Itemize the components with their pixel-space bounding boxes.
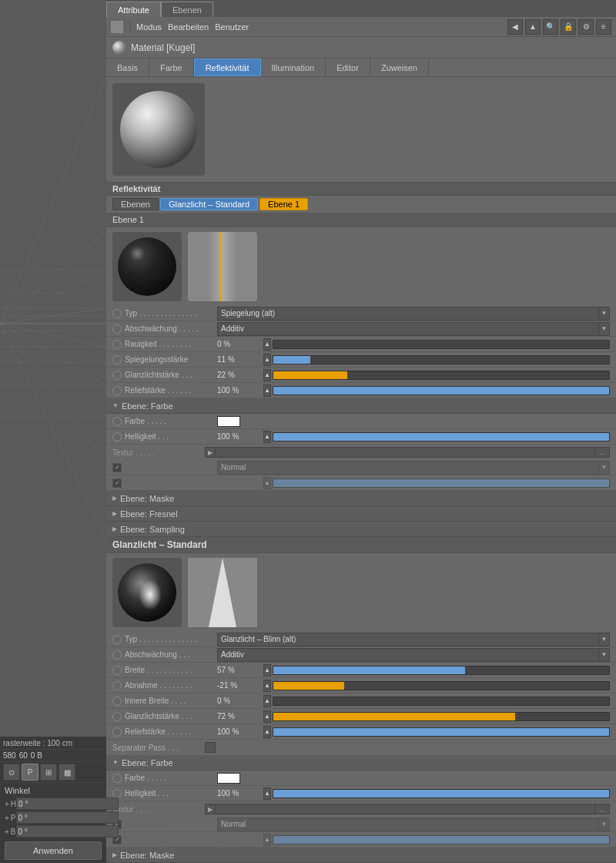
innere-breite-slider[interactable] <box>273 697 610 706</box>
abschwaechung-arrow-e1[interactable]: ▼ <box>599 322 610 336</box>
tab-attribute[interactable]: Attribute <box>106 2 161 17</box>
typ-arrow-e1[interactable]: ▼ <box>599 307 610 321</box>
mischstaerke-checkbox-e1[interactable] <box>112 479 122 488</box>
relief-spin-g[interactable]: ▲ <box>263 726 271 738</box>
helligkeit-dot-e1[interactable] <box>112 432 122 442</box>
abschwaechung-arrow-g[interactable]: ▼ <box>599 648 610 662</box>
spiegelung-slider[interactable] <box>273 355 610 364</box>
p-input[interactable] <box>16 811 119 824</box>
toolbar-arrow-icon[interactable]: ▲ <box>525 19 541 35</box>
textur-arrow-g[interactable]: ▶ <box>205 804 216 814</box>
textur-field-e1[interactable] <box>216 447 594 458</box>
textur-arrow-e1[interactable]: ▶ <box>205 447 216 458</box>
farbe-swatch[interactable] <box>217 416 240 427</box>
toolbar-modus[interactable]: Modus <box>136 22 162 32</box>
tab-editor[interactable]: Editor <box>326 59 370 76</box>
helligkeit-slider-e1[interactable] <box>273 432 610 442</box>
textur-field-g[interactable] <box>216 804 594 814</box>
farbe-dot[interactable] <box>112 417 122 426</box>
abnahme-dot[interactable] <box>112 681 122 690</box>
tab-ebenen[interactable]: Ebenen <box>161 2 213 17</box>
relief-dot-e1[interactable] <box>112 386 122 395</box>
typ-dot-e1[interactable] <box>112 309 122 318</box>
glanzlicht-spin[interactable]: ▲ <box>263 369 271 381</box>
mischmodus-dropdown-e1[interactable]: Normal <box>217 461 599 475</box>
toolbar-search-icon[interactable]: 🔍 <box>543 19 558 35</box>
abschwaechung-dropdown-e1[interactable]: Additiv <box>217 322 599 336</box>
mischmodus-checkbox-e1[interactable] <box>112 463 122 472</box>
textur-dots-g[interactable]: ... <box>594 804 610 814</box>
innere-breite-spin[interactable]: ▲ <box>263 695 271 707</box>
tab-reflektivitaet[interactable]: Reflektivität <box>194 59 261 76</box>
abschwaechung-dropdown-g[interactable]: Additiv <box>217 648 599 662</box>
helligkeit-spin-g[interactable]: ▲ <box>263 787 271 800</box>
icon-btn-1[interactable]: ⊙ <box>3 764 20 781</box>
rauigkeit-dot[interactable] <box>112 340 122 349</box>
tab-farbe[interactable]: Farbe <box>149 59 194 76</box>
subtab-ebenen[interactable]: Ebenen <box>112 198 159 210</box>
tab-illumination[interactable]: Illumination <box>261 59 326 76</box>
typ-dropdown-g[interactable]: Glanzlicht – Blinn (alt) <box>217 633 599 646</box>
typ-dropdown-e1[interactable]: Spiegelung (alt) <box>217 307 599 321</box>
icon-btn-3[interactable]: ⊞ <box>40 764 57 781</box>
subtab-ebene1[interactable]: Ebene 1 <box>259 198 308 210</box>
glanzlicht-dot[interactable] <box>112 371 122 380</box>
glanzlicht-staerke-spin-g[interactable]: ▲ <box>263 710 271 723</box>
mischmodus-dropdown-g[interactable]: Normal <box>217 818 599 831</box>
toolbar-bearbeiten[interactable]: Bearbeiten <box>168 22 209 32</box>
mischstaerke-spin-e1[interactable]: ▲ <box>263 477 271 489</box>
fresnel-header-e1[interactable]: ▶ Ebene: Fresnel <box>106 506 616 522</box>
icon-btn-2[interactable]: P <box>22 764 38 781</box>
mischstaerke-slider-g[interactable] <box>273 835 610 845</box>
farbe-section-header-g[interactable]: ▼ Ebene: Farbe <box>106 755 616 771</box>
subtab-glanzlicht[interactable]: Glanzlicht – Standard <box>160 198 258 210</box>
relief-slider-e1[interactable] <box>273 386 610 395</box>
tab-basis[interactable]: Basis <box>106 59 149 76</box>
glanzlicht-staerke-slider-g[interactable] <box>273 712 610 721</box>
toolbar-settings-icon[interactable]: ⚙ <box>578 19 594 35</box>
toolbar-more-icon[interactable]: ≡ <box>596 19 611 35</box>
typ-dot-g[interactable] <box>112 635 122 644</box>
helligkeit-dot-g[interactable] <box>112 789 122 798</box>
mischstaerke-spin-g[interactable]: ▲ <box>263 834 271 846</box>
abnahme-slider[interactable] <box>273 681 610 690</box>
relief-slider-g[interactable] <box>273 727 610 737</box>
abschwaechung-dot-g[interactable] <box>112 650 122 660</box>
textur-dots-e1[interactable]: ... <box>594 447 610 458</box>
helligkeit-slider-g[interactable] <box>273 789 610 798</box>
rauigkeit-spin-up[interactable]: ▲ <box>263 338 271 351</box>
b-input[interactable] <box>16 825 119 838</box>
breite-slider[interactable] <box>273 666 610 675</box>
toolbar-arrow-left-icon[interactable]: ◀ <box>507 19 523 35</box>
helligkeit-spin-e1[interactable]: ▲ <box>263 431 271 443</box>
spiegelung-dot[interactable] <box>112 355 122 364</box>
innere-breite-dot[interactable] <box>112 697 122 706</box>
maske-header-e1[interactable]: ▶ Ebene: Maske <box>106 491 616 506</box>
rauigkeit-slider[interactable] <box>273 340 610 349</box>
farbe-section-header[interactable]: ▼ Ebene: Farbe <box>106 398 616 414</box>
maske-header-g[interactable]: ▶ Ebene: Maske <box>106 848 616 863</box>
spiegelung-spin[interactable]: ▲ <box>263 354 271 366</box>
h-input[interactable] <box>16 798 119 810</box>
breite-spin[interactable]: ▲ <box>263 664 271 677</box>
mischmodus-arrow-g[interactable]: ▼ <box>599 818 610 831</box>
sep-pass-checkbox[interactable] <box>205 742 216 753</box>
toolbar-benutzer[interactable]: Benutzer <box>215 22 249 32</box>
relief-dot-g[interactable] <box>112 727 122 737</box>
relief-spin-e1[interactable]: ▲ <box>263 384 271 397</box>
apply-button[interactable]: Anwenden <box>5 841 102 860</box>
mischstaerke-slider-e1[interactable] <box>273 479 610 488</box>
sampling-header-e1[interactable]: ▶ Ebene: Sampling <box>106 522 616 537</box>
tab-zuweisen[interactable]: Zuweisen <box>370 59 429 76</box>
icon-btn-4[interactable]: ▦ <box>59 764 75 781</box>
farbe-dot-g[interactable] <box>112 774 122 783</box>
typ-arrow-g[interactable]: ▼ <box>599 633 610 646</box>
abnahme-spin[interactable]: ▲ <box>263 680 271 692</box>
breite-dot[interactable] <box>112 666 122 675</box>
toolbar-lock-icon[interactable]: 🔒 <box>561 19 576 35</box>
glanzlicht-staerke-dot-g[interactable] <box>112 712 122 721</box>
abschwaechung-dot-e1[interactable] <box>112 324 122 334</box>
farbe-swatch-g[interactable] <box>217 773 240 784</box>
glanzlicht-slider[interactable] <box>273 371 610 380</box>
mischmodus-arrow-e1[interactable]: ▼ <box>599 461 610 475</box>
